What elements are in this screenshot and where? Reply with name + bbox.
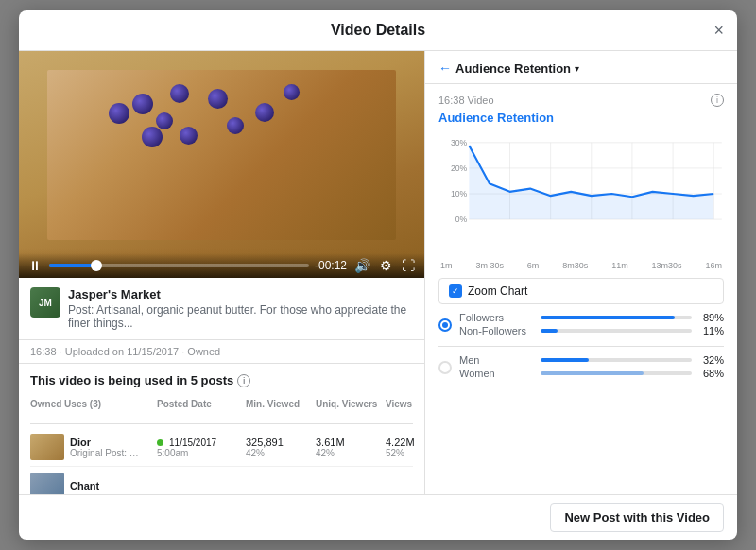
x-label-6m: 6m [527,261,540,270]
modal-footer: New Post with this Video [19,494,737,540]
row-text-dior: Dior Original Post: Watch how we make ou… [70,437,146,458]
row-date-dior: 11/15/2017 5:00am [157,437,242,458]
metric-line-men: Men 32% [459,354,724,366]
time-display: -00:12 [315,259,347,272]
metric-line-followers: Followers 89% [459,312,724,323]
x-label-16m: 16m [705,261,722,270]
video-details-modal: Video Details × [19,10,737,540]
followers-bar [541,316,675,319]
row-uniq-viewers-dior: 3.61M 42% [316,437,382,458]
svg-text:30%: 30% [451,138,468,147]
posts-title: This video is being used in 5 posts i [30,373,413,387]
x-label-11m: 11m [611,261,628,270]
row-thumbnail-chant [30,473,64,494]
metrics-divider [438,346,724,347]
row-title-chant: Chant [70,480,99,491]
svg-text:10%: 10% [451,189,468,198]
row-min-viewed-dior: 325,891 42% [246,437,312,458]
men-bar [541,358,589,362]
video-info: Jasper's Market Post: Artisanal, organic… [68,287,413,330]
zoom-label: Zoom Chart [468,284,527,298]
row-views-dior: 4.22M 52% [386,437,424,458]
close-button[interactable]: × [713,22,724,39]
channel-name: Jasper's Market [68,287,413,301]
video-meta: JM Jasper's Market Post: Artisanal, orga… [19,278,424,340]
x-label-3m30s: 3m 30s [475,261,504,270]
posts-info-icon[interactable]: i [237,374,250,387]
play-pause-button[interactable]: ⏸ [26,259,43,272]
video-description: Post: Artisanal, organic peanut butter. … [68,303,413,330]
followers-bar-container [541,316,692,319]
date-cell-dior: 11/15/2017 [169,438,216,448]
col-uniq-viewers: Uniq. Viewers [316,399,382,420]
nonfollowers-pct: 11% [697,325,724,336]
metric-lines-followers: Followers 89% Non-Followers [459,312,724,338]
svg-text:0%: 0% [455,215,468,224]
video-duration-label: 16:38 Video i [438,94,724,107]
retention-info-icon[interactable]: i [711,94,724,107]
progress-bar[interactable] [49,264,309,267]
metric-lines-gender: Men 32% Women 68 [459,354,724,381]
time-cell-dior: 5:00am [157,448,242,458]
col-views: Views [386,399,424,420]
right-panel: ← Audience Retention ▾ 16:38 Video i Aud… [425,51,737,494]
x-label-1m: 1m [440,261,453,270]
metric-line-women: Women 68% [459,368,724,379]
metric-name-men: Men [459,354,535,366]
col-date: Posted Date [157,399,242,420]
women-pct: 68% [697,368,724,379]
retention-section-title: Audience Retention [455,61,571,76]
modal-title: Video Details [331,22,425,39]
new-post-button[interactable]: New Post with this Video [550,503,724,532]
radio-followers[interactable] [438,318,452,332]
metric-name-nonfollowers: Non-Followers [459,325,535,336]
radio-gender[interactable] [438,361,452,374]
modal-body: ⏸ -00:12 🔊 ⚙ ⛶ JM Jasper's Market [19,51,737,494]
row-text-chant: Chant [70,480,99,491]
settings-button[interactable]: ⚙ [378,259,394,272]
modal-header: Video Details × [19,10,737,51]
metric-name-women: Women [459,368,535,379]
row-info-chant: Chant [30,473,153,494]
women-bar [541,371,644,375]
metrics-section: Followers 89% Non-Followers [438,312,724,381]
progress-thumb [91,260,102,271]
zoom-checkbox[interactable]: ✓ [449,284,462,298]
table-row-chant: Chant [30,467,413,494]
posts-section: This video is being used in 5 posts i Ow… [19,364,424,494]
women-bar-container [541,371,692,375]
x-label-13m30s: 13m30s [652,261,682,270]
status-dot-dior [157,439,163,446]
chart-x-labels: 1m 3m 30s 6m 8m30s 11m 13m30s 16m [438,261,724,270]
retention-chart-title: Audience Retention [438,111,724,125]
retention-body: 16:38 Video i Audience Retention [425,84,737,398]
video-controls: ⏸ -00:12 🔊 ⚙ ⛶ [19,253,424,278]
metric-row-followers: Followers 89% Non-Followers [438,312,724,338]
row-title-dior: Dior [70,437,146,448]
metric-name-followers: Followers [459,312,535,323]
row-subtitle-dior: Original Post: Watch how we make our han… [70,448,146,458]
metric-line-nonfollowers: Non-Followers 11% [459,325,724,336]
video-player: ⏸ -00:12 🔊 ⚙ ⛶ [19,51,424,278]
men-pct: 32% [697,354,724,366]
audience-retention-chart: 30% 20% 10% 0% [438,132,724,255]
video-subinfo: 16:38 · Uploaded on 11/15/2017 · Owned [19,340,424,364]
nonfollowers-bar [541,329,558,333]
col-owned: Owned Uses (3) [30,399,153,420]
svg-text:20%: 20% [451,163,468,173]
nonfollowers-bar-container [541,329,692,333]
x-label-8m30s: 8m30s [562,261,588,270]
video-thumbnail [19,51,424,278]
row-thumbnail-dior [30,434,64,460]
table-header: Owned Uses (3) Posted Date Min. Viewed U… [30,395,413,424]
chart-svg: 30% 20% 10% 0% [438,132,724,255]
retention-dropdown-arrow[interactable]: ▾ [575,63,579,74]
men-bar-container [541,358,692,362]
volume-button[interactable]: 🔊 [352,259,372,272]
channel-initials: JM [39,298,52,308]
back-button[interactable]: ← [438,60,452,76]
left-panel: ⏸ -00:12 🔊 ⚙ ⛶ JM Jasper's Market [19,51,425,494]
retention-header: ← Audience Retention ▾ [425,51,737,84]
table-row: Dior Original Post: Watch how we make ou… [30,428,413,467]
fullscreen-button[interactable]: ⛶ [400,259,417,272]
